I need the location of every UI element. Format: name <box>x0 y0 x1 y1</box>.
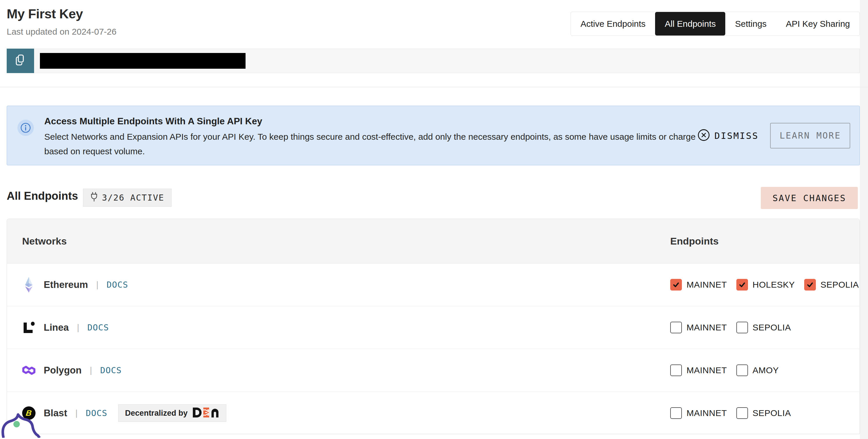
table-row-blast: B Blast | DOCS Decentralized by <box>7 392 860 434</box>
learn-more-button[interactable]: LEARN MORE <box>770 123 850 148</box>
key-tabs: Active Endpoints All Endpoints Settings … <box>570 12 860 36</box>
endpoints-cell: MAINNET SEPOLIA <box>670 392 791 434</box>
network-cell: Polygon | DOCS <box>22 349 122 392</box>
api-key-bar <box>7 48 860 73</box>
tab-api-key-sharing[interactable]: API Key Sharing <box>776 12 860 35</box>
networks-column-header: Networks <box>22 219 67 263</box>
endpoints-cell: MAINNET HOLESKY SEPOLIA <box>670 264 859 306</box>
separator: | <box>75 408 78 418</box>
endpoint-label: SEPOLIA <box>753 408 791 418</box>
endpoint-label: HOLESKY <box>753 280 795 290</box>
chat-widget-launcher[interactable] <box>0 410 50 439</box>
din-badge-label: Decentralized by <box>125 409 188 418</box>
table-header: Networks Endpoints <box>7 219 860 264</box>
separator: | <box>96 280 98 290</box>
separator: | <box>90 365 92 375</box>
last-updated-text: Last updated on 2024-07-26 <box>7 27 117 37</box>
checkbox-ethereum-holesky[interactable] <box>736 279 748 291</box>
network-cell: B Blast | DOCS Decentralized by <box>22 392 226 434</box>
endpoint-option: MAINNET <box>670 322 727 333</box>
endpoint-label: AMOY <box>753 365 779 375</box>
endpoint-option: HOLESKY <box>736 279 795 291</box>
tab-settings[interactable]: Settings <box>725 12 776 35</box>
redacted-api-key <box>40 53 246 69</box>
endpoint-option: AMOY <box>736 365 779 376</box>
copy-key-button[interactable] <box>7 48 34 73</box>
docs-link-polygon[interactable]: DOCS <box>100 365 122 375</box>
endpoint-label: MAINNET <box>686 280 727 290</box>
page-title: My First Key <box>7 6 83 22</box>
docs-link-blast[interactable]: DOCS <box>86 408 107 418</box>
checkbox-linea-mainnet[interactable] <box>670 322 682 333</box>
ethereum-icon <box>22 276 35 293</box>
tab-active-endpoints[interactable]: Active Endpoints <box>571 12 655 35</box>
chat-status-dot <box>13 421 20 427</box>
info-banner: Access Multiple Endpoints With A Single … <box>7 106 860 165</box>
table-row-linea: Linea | DOCS MAINNET SEPOLIA <box>7 306 860 349</box>
checkbox-ethereum-sepolia[interactable] <box>804 279 816 291</box>
info-icon <box>18 120 34 136</box>
banner-title: Access Multiple Endpoints With A Single … <box>44 116 697 127</box>
checkbox-polygon-amoy[interactable] <box>736 365 748 376</box>
active-count-label: 3/26 ACTIVE <box>102 193 164 203</box>
tab-all-endpoints[interactable]: All Endpoints <box>655 12 725 35</box>
linea-icon <box>22 319 35 336</box>
dismiss-circle-x-icon <box>698 129 710 142</box>
table-row-polygon: Polygon | DOCS MAINNET AMOY <box>7 349 860 392</box>
separator: | <box>77 323 79 333</box>
endpoint-label: MAINNET <box>686 365 727 375</box>
polygon-icon <box>22 362 35 378</box>
endpoint-option: MAINNET <box>670 407 727 419</box>
checkbox-polygon-mainnet[interactable] <box>670 365 682 376</box>
banner-actions: DISMISS LEARN MORE <box>698 106 850 165</box>
din-logo <box>192 407 220 419</box>
endpoints-column-header: Endpoints <box>670 219 719 263</box>
endpoints-table: Networks Endpoints Ethereum | DOCS <box>7 218 860 434</box>
docs-link-ethereum[interactable]: DOCS <box>106 280 128 290</box>
plug-icon <box>90 192 98 204</box>
network-cell: Ethereum | DOCS <box>22 264 128 306</box>
all-endpoints-heading: All Endpoints <box>7 190 78 202</box>
endpoint-label: MAINNET <box>686 408 727 418</box>
active-count-badge: 3/26 ACTIVE <box>83 189 172 207</box>
network-name: Linea <box>44 322 69 333</box>
dismiss-button[interactable]: DISMISS <box>698 129 759 142</box>
endpoint-label: SEPOLIA <box>820 280 859 290</box>
endpoint-option: SEPOLIA <box>736 407 791 419</box>
checkbox-ethereum-mainnet[interactable] <box>670 279 682 291</box>
endpoint-option: MAINNET <box>670 279 727 291</box>
api-key-field[interactable] <box>34 48 860 73</box>
endpoint-option: SEPOLIA <box>804 279 859 291</box>
banner-text: Access Multiple Endpoints With A Single … <box>44 116 697 159</box>
decentralized-by-din-badge: Decentralized by <box>118 404 226 422</box>
checkbox-linea-sepolia[interactable] <box>736 322 748 333</box>
dismiss-label: DISMISS <box>714 130 759 141</box>
network-cell: Linea | DOCS <box>22 306 109 349</box>
endpoint-label: MAINNET <box>686 323 727 333</box>
endpoints-cell: MAINNET SEPOLIA <box>670 306 791 349</box>
network-name: Polygon <box>44 365 82 376</box>
checkbox-blast-mainnet[interactable] <box>670 407 682 419</box>
section-divider <box>0 87 868 87</box>
endpoints-cell: MAINNET AMOY <box>670 349 779 392</box>
banner-body: Select Networks and Expansion APIs for y… <box>44 130 697 159</box>
copy-icon <box>15 54 26 68</box>
table-row-ethereum: Ethereum | DOCS MAINNET HOLESKY <box>7 264 860 306</box>
endpoint-label: SEPOLIA <box>753 323 791 333</box>
docs-link-linea[interactable]: DOCS <box>87 323 109 333</box>
checkbox-blast-sepolia[interactable] <box>736 407 748 419</box>
page-scroll-gutter <box>860 0 868 439</box>
save-changes-button[interactable]: SAVE CHANGES <box>761 187 858 209</box>
network-name: Ethereum <box>44 279 88 290</box>
endpoint-option: SEPOLIA <box>736 322 791 333</box>
endpoint-option: MAINNET <box>670 365 727 376</box>
